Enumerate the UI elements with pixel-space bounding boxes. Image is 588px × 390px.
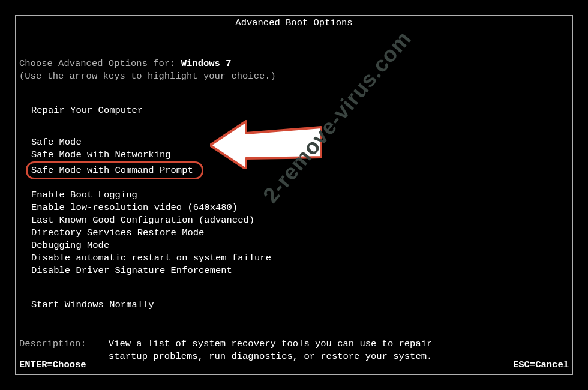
window-title: Advanced Boot Options bbox=[16, 16, 572, 32]
menu-safe-mode-networking[interactable]: Safe Mode with Networking bbox=[31, 149, 569, 161]
intro-line: Choose Advanced Options for: Windows 7 bbox=[19, 58, 569, 70]
menu-group-safe-mode: Safe Mode Safe Mode with Networking Safe… bbox=[19, 136, 569, 180]
menu-group-normal: Start Windows Normally bbox=[19, 299, 569, 311]
content-area: Choose Advanced Options for: Windows 7 (… bbox=[16, 32, 572, 363]
menu-repair-computer[interactable]: Repair Your Computer bbox=[31, 104, 569, 117]
menu-debugging-mode[interactable]: Debugging Mode bbox=[31, 239, 569, 252]
menu-last-known-good[interactable]: Last Known Good Configuration (advanced) bbox=[31, 214, 569, 227]
menu-disable-auto-restart[interactable]: Disable automatic restart on system fail… bbox=[31, 252, 569, 265]
menu-safe-mode-command-prompt[interactable]: Safe Mode with Command Prompt bbox=[31, 161, 569, 180]
menu-directory-services-restore[interactable]: Directory Services Restore Mode bbox=[31, 227, 569, 239]
intro-os-name: Windows 7 bbox=[181, 58, 232, 69]
menu-group-misc: Enable Boot Logging Enable low-resolutio… bbox=[19, 189, 569, 277]
footer-esc-hint: ESC=Cancel bbox=[513, 359, 569, 371]
footer-enter-hint: ENTER=Choose bbox=[19, 359, 86, 371]
menu-enable-boot-logging[interactable]: Enable Boot Logging bbox=[31, 189, 569, 202]
menu-group-repair: Repair Your Computer bbox=[19, 104, 569, 117]
menu-low-res-video[interactable]: Enable low-resolution video (640x480) bbox=[31, 202, 569, 214]
intro-hint: (Use the arrow keys to highlight your ch… bbox=[19, 70, 569, 83]
menu-start-windows-normally[interactable]: Start Windows Normally bbox=[31, 299, 569, 311]
menu-safe-mode[interactable]: Safe Mode bbox=[31, 136, 569, 149]
boot-options-frame: Advanced Boot Options Choose Advanced Op… bbox=[15, 15, 573, 375]
intro-prefix: Choose Advanced Options for: bbox=[19, 58, 181, 69]
footer-bar: ENTER=Choose ESC=Cancel bbox=[16, 357, 572, 374]
highlight-ring: Safe Mode with Command Prompt bbox=[26, 161, 203, 180]
menu-disable-driver-sig[interactable]: Disable Driver Signature Enforcement bbox=[31, 265, 569, 277]
